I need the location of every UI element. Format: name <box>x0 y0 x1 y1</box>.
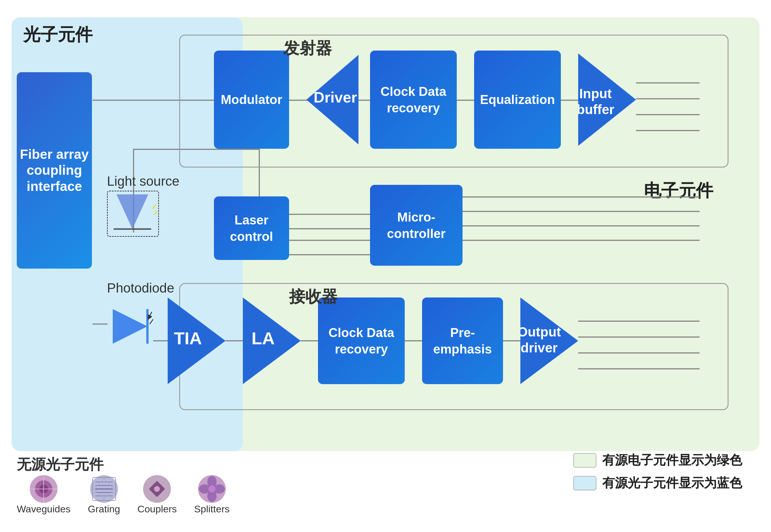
conn-lc-mc-h2 <box>289 214 370 215</box>
conn-pd-tia <box>153 340 169 341</box>
waveguides-icon <box>29 475 58 503</box>
svg-point-35 <box>154 486 160 492</box>
light-source-label: Light source <box>107 173 179 189</box>
conn-mc-3 <box>462 225 700 226</box>
cdr-tx-block: Clock Data recovery <box>370 51 457 149</box>
passive-photonic-label: 无源光子元件 <box>17 455 103 474</box>
conn-fiber-pd <box>92 323 107 325</box>
svg-text:TIA: TIA <box>174 329 202 348</box>
svg-line-8 <box>154 212 157 215</box>
legend-item-green: 有源电子元件显示为绿色 <box>573 452 742 469</box>
conn-mc-1 <box>462 196 700 198</box>
bottom-icons: Waveguides Grating <box>17 475 230 515</box>
light-source-symbol <box>108 191 157 235</box>
svg-text:Input: Input <box>579 86 612 101</box>
svg-line-12 <box>150 319 153 324</box>
svg-text:buffer: buffer <box>578 102 614 117</box>
input-buffer-block: Input buffer <box>578 53 636 146</box>
cdr-rx-block: Clock Data recovery <box>318 297 405 384</box>
grating-icon-item: Grating <box>88 475 120 515</box>
main-diagram: 光子元件 电子元件 发射器 接收器 Fiber array coupling i… <box>0 0 771 532</box>
svg-marker-5 <box>116 194 148 229</box>
photodiode-symbol <box>107 303 153 349</box>
conn-lc-mc-h1 <box>289 228 370 229</box>
svg-text:Output: Output <box>520 324 561 339</box>
tia-block: TIA <box>168 297 226 384</box>
svg-line-11 <box>149 312 152 318</box>
legend-item-blue: 有源光子元件显示为蓝色 <box>573 475 742 492</box>
electronic-label: 电子元件 <box>644 179 713 202</box>
splitters-icon-item: Splitters <box>194 475 230 515</box>
couplers-icon-item: Couplers <box>137 475 176 515</box>
svg-line-7 <box>153 204 155 209</box>
grating-icon <box>90 475 118 503</box>
legend-color-blue <box>573 476 597 490</box>
photonic-label: 光子元件 <box>23 23 92 46</box>
pre-emphasis-block: Pre-emphasis <box>422 297 503 384</box>
legend-color-green <box>573 453 597 468</box>
conn-lc-mc-h4 <box>289 254 370 255</box>
light-source-box <box>107 191 159 237</box>
conn-lc-mc-h3 <box>289 240 370 241</box>
svg-text:driver: driver <box>521 340 558 355</box>
microcontroller-block: Micro-controller <box>370 185 462 266</box>
legend: 有源电子元件显示为绿色 有源光子元件显示为蓝色 <box>573 452 742 497</box>
receiver-label: 接收器 <box>289 286 338 308</box>
waveguides-icon-item: Waveguides <box>17 475 70 515</box>
conn-mc-2 <box>462 211 700 212</box>
transmitter-label: 发射器 <box>283 38 332 59</box>
conn-mc-4 <box>462 240 700 241</box>
laser-control-block: Laser control <box>214 196 289 260</box>
svg-text:Driver: Driver <box>314 89 357 106</box>
couplers-icon <box>142 475 171 503</box>
fiber-array-block: Fiber array coupling interface <box>17 72 92 269</box>
svg-marker-9 <box>113 309 147 344</box>
svg-point-41 <box>209 486 216 492</box>
svg-text:LA: LA <box>252 329 275 348</box>
output-driver-block: Output driver <box>520 297 578 384</box>
la-block: LA <box>243 297 301 384</box>
photodiode-label: Photodiode <box>107 280 174 296</box>
equalization-block: Equalization <box>474 51 561 149</box>
modulator-block: Modulator <box>214 51 289 149</box>
splitters-icon <box>198 475 226 503</box>
driver-block: Driver <box>307 55 358 144</box>
